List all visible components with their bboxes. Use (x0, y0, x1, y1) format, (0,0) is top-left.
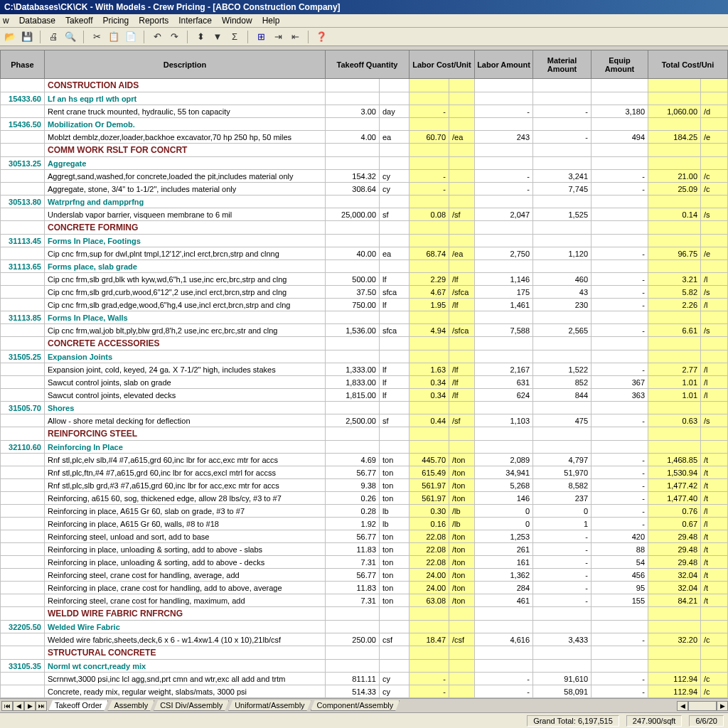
col-header[interactable]: Description (45, 50, 326, 79)
table-row[interactable]: Allow - shore metal decking for deflecti… (1, 414, 728, 427)
table-row[interactable]: Reinforcing steel, unload and sort, add … (1, 530, 728, 543)
table-row[interactable]: 31505.70Shores (1, 402, 728, 414)
col-header[interactable]: Labor Amount (475, 50, 533, 79)
menu-reports[interactable]: Reports (139, 16, 168, 26)
tab-next-icon[interactable]: ▶ (24, 701, 36, 711)
grid[interactable]: PhaseDescriptionTakeoff QuantityLabor Co… (0, 50, 728, 712)
table-row[interactable]: Rnf stl,plc,ftn,#4 #7,a615,grd 60,inc lb… (1, 466, 728, 479)
table-row[interactable]: REINFORCING STEEL (1, 427, 728, 441)
table-row[interactable]: Concrete, ready mix, regular weight, sla… (1, 685, 728, 698)
table-row[interactable]: Reinforcing steel, crane cost for handli… (1, 569, 728, 582)
table-row[interactable]: Reinforcing in place, A615 Gr 60, slab o… (1, 505, 728, 518)
tab-prev-icon[interactable]: ◀ (13, 701, 24, 711)
table-row[interactable]: Underslab vapor barrier, visqueen membra… (1, 208, 728, 221)
print-icon[interactable]: 🖨 (48, 31, 59, 43)
tool2-icon[interactable]: ⇤ (289, 31, 301, 43)
table-row[interactable]: 30513.80Watrprfng and dampprfng (1, 196, 728, 208)
col-header[interactable]: Labor Cost/Unit (410, 50, 475, 79)
table-row[interactable]: 15436.50Mobilization Or Demob. (1, 118, 728, 131)
table-row[interactable]: Cip cnc frm,slb grd,curb,wood,6"12",2 us… (1, 286, 728, 299)
table-row[interactable]: 30513.25Aggregate (1, 157, 728, 170)
table-row[interactable]: 31113.65Forms place, slab grade (1, 260, 728, 273)
table-row[interactable]: Reinforcing steel, crane cost for handli… (1, 594, 728, 607)
table-row[interactable]: 33105.35Norml wt concrt,ready mix (1, 660, 728, 673)
table-row[interactable]: Cip cnc frm,sup for dwl,plnt tmpl,12'12'… (1, 247, 728, 260)
sort-icon[interactable]: ⬍ (195, 31, 206, 43)
table-row[interactable]: Cip cnc frm,slb grd,blk wth kyw,wd,6"h,1… (1, 273, 728, 286)
table-row[interactable]: Aggregt,sand,washed,for concrete,loaded … (1, 170, 728, 183)
table-row[interactable]: Rnf stl,plc,elv slb,#4 #7,a615,grd 60,in… (1, 454, 728, 466)
estimate-table[interactable]: PhaseDescriptionTakeoff QuantityLabor Co… (0, 50, 728, 711)
redo-icon[interactable]: ↷ (168, 31, 180, 43)
sheet-tabs[interactable]: ⏮ ◀ ▶ ⏭ Takeoff OrderAssemblyCSI Div/Ass… (0, 698, 728, 712)
filter-icon[interactable]: ▼ (212, 31, 223, 43)
table-row[interactable]: Sawcut control joints, elevated decks1,8… (1, 389, 728, 402)
menu-pricing[interactable]: Pricing (103, 16, 129, 26)
table-row[interactable]: Reinforcing in place, unloading & sortin… (1, 543, 728, 556)
status-date: 6/6/20 (689, 715, 724, 727)
menu-window[interactable]: Window (222, 16, 252, 26)
menu-w[interactable]: w (3, 16, 9, 26)
table-row[interactable]: Reinforcing in place, unloading & sortin… (1, 556, 728, 569)
help-icon[interactable]: ❓ (316, 31, 327, 43)
table-row[interactable]: 31505.25Expansion Joints (1, 350, 728, 363)
table-row[interactable]: CONSTRUCTION AIDS (1, 79, 728, 92)
undo-icon[interactable]: ↶ (151, 31, 163, 43)
copy-icon[interactable]: 📋 (108, 31, 119, 43)
table-row[interactable]: 32205.50Welded Wire Fabric (1, 621, 728, 633)
tab-csi-div-assembly[interactable]: CSI Div/Assembly (154, 700, 229, 711)
tab-assembly[interactable]: Assembly (107, 700, 154, 711)
tab-last-icon[interactable]: ⏭ (36, 701, 47, 711)
tab-first-icon[interactable]: ⏮ (1, 701, 13, 711)
menu-takeoff[interactable]: Takeoff (65, 16, 92, 26)
table-row[interactable]: Welded wire fabric,sheets,deck,6 x 6 - w… (1, 633, 728, 646)
col-header[interactable]: Phase (1, 50, 45, 79)
table-row[interactable]: Cip cnc frm,slb grad,edge,wood,6"hg,4 us… (1, 299, 728, 311)
table-row[interactable]: Sawcut control joints, slab on grade1,83… (1, 376, 728, 389)
preview-icon[interactable]: 🔍 (65, 31, 76, 43)
scroll-thumb[interactable] (688, 701, 717, 711)
status-rate: 247.900/sqft (626, 715, 682, 727)
status-bar: Grand Total: 6,197,515 247.900/sqft 6/6/… (0, 712, 728, 728)
table-row[interactable]: Scrnnwt,3000 psi,inc lcl agg,snd,prt cmn… (1, 673, 728, 685)
table-row[interactable]: 31113.45Forms In Place, Footings (1, 235, 728, 247)
table-row[interactable]: Reinforcing, a615 60, sog, thickened edg… (1, 492, 728, 505)
status-grand-total: Grand Total: 6,197,515 (527, 715, 619, 727)
tab-component-assembly[interactable]: Component/Assembly (311, 700, 400, 711)
table-row[interactable]: Moblzt demblz,dozer,loader,backhoe excav… (1, 131, 728, 144)
table-row[interactable]: COMM WORK RSLT FOR CONCRT (1, 144, 728, 157)
table-row[interactable]: STRUCTURAL CONCRETE (1, 646, 728, 660)
table-row[interactable]: CONCRETE ACCESSORIES (1, 337, 728, 350)
menu-database[interactable]: Database (19, 16, 55, 26)
chart-icon[interactable]: ⊞ (255, 31, 267, 43)
table-row[interactable]: Cip cnc frm,wal,job blt,ply,blw grd,8'h,… (1, 324, 728, 337)
menu-interface[interactable]: Interface (178, 16, 212, 26)
scroll-right-icon[interactable]: ▶ (717, 701, 728, 711)
table-row[interactable]: Reinforcing in place, crane cost for han… (1, 582, 728, 594)
col-header[interactable]: Material Amount (533, 50, 592, 79)
sigma-icon[interactable]: Σ (229, 31, 240, 43)
menu-help[interactable]: Help (262, 16, 280, 26)
table-row[interactable]: WELDD WIRE FABRIC RNFRCNG (1, 607, 728, 621)
table-row[interactable]: 15433.60Lf an hs eqp rtl wth oprt (1, 92, 728, 105)
col-header[interactable]: Total Cost/Uni (648, 50, 728, 79)
table-row[interactable]: Rent crane truck mounted, hydraulic, 55 … (1, 105, 728, 118)
table-row[interactable]: 32110.60Reinforcing In Place (1, 441, 728, 454)
col-header[interactable]: Equip Amount (592, 50, 648, 79)
open-icon[interactable]: 📂 (4, 31, 16, 43)
table-row[interactable]: Expansion joint, cold, keyed, 24 ga. X 7… (1, 363, 728, 376)
table-row[interactable]: CONCRETE FORMING (1, 221, 728, 235)
cut-icon[interactable]: ✂ (91, 31, 102, 43)
table-row[interactable]: Reinforcing in place, A615 Gr 60, walls,… (1, 518, 728, 530)
tool1-icon[interactable]: ⇥ (272, 31, 284, 43)
table-row[interactable]: Rnf stl,plc,slb grd,#3 #7,a615,grd 60,in… (1, 479, 728, 492)
tab-uniformat-assembly[interactable]: Uniformat/Assembly (228, 700, 311, 711)
col-header[interactable]: Takeoff Quantity (326, 50, 410, 79)
table-row[interactable]: 31113.85Forms In Place, Walls (1, 311, 728, 324)
table-row[interactable]: Aggregate, stone, 3/4" to 1-1/2", includ… (1, 183, 728, 196)
save-icon[interactable]: 💾 (21, 31, 33, 43)
paste-icon[interactable]: 📄 (125, 31, 136, 43)
toolbar: 📂 💾 🖨 🔍 ✂ 📋 📄 ↶ ↷ ⬍ ▼ Σ ⊞ ⇥ ⇤ ❓ (0, 28, 728, 46)
tab-takeoff-order[interactable]: Takeoff Order (48, 700, 108, 711)
scroll-left-icon[interactable]: ◀ (677, 701, 688, 711)
